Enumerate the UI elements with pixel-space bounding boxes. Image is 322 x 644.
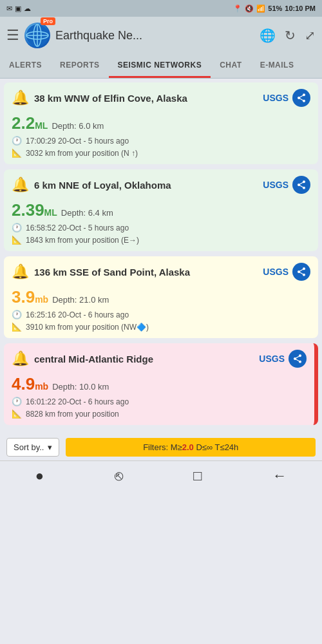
- source-label: USGS: [263, 93, 289, 103]
- eq-distance: 1843 km from your position (E→): [26, 236, 139, 245]
- pro-badge: Pro: [41, 17, 55, 25]
- clock-icon: 🕐: [12, 223, 22, 232]
- eq-depth: Depth: 6.0 km: [52, 121, 104, 131]
- share-button[interactable]: [289, 350, 307, 368]
- eq-header-left: 🔔 central Mid-Atlantic Ridge: [12, 350, 153, 367]
- status-bar: ✉ ▣ ☁ 📍 🔇 📶 51% 10:10 PM: [0, 0, 322, 17]
- eq-mag-type: ML: [35, 120, 48, 131]
- eq-card-header: 🔔 38 km WNW of Elfin Cove, Alaska USGS: [4, 82, 318, 111]
- source-label: USGS: [259, 354, 285, 364]
- filter-bar: Filters: M≥2.0 D≤∞ T≤24h: [66, 438, 316, 457]
- eq-time-row: 🕐 17:00:29 20-Oct - 5 hours ago: [12, 136, 310, 146]
- nav-bar: ● ⎋ □ ←: [0, 460, 322, 493]
- compass-icon: 📐: [12, 235, 22, 245]
- eq-location: 6 km NNE of Loyal, Oklahoma: [34, 180, 171, 191]
- eq-time: 17:00:29 20-Oct - 5 hours ago: [26, 137, 129, 146]
- filter-magnitude: 2.0: [182, 442, 194, 452]
- eq-mag-type: mb: [35, 381, 48, 392]
- eq-time-row: 🕐 16:58:52 20-Oct - 5 hours ago: [12, 223, 310, 232]
- share-button[interactable]: [292, 263, 310, 281]
- share-button[interactable]: [292, 176, 310, 194]
- grid-icon: ▣: [15, 5, 21, 13]
- compass-icon: 📐: [12, 322, 22, 332]
- eq-mag-type: mb: [35, 294, 48, 305]
- tab-bar: ALERTS REPORTS SEISMIC NETWORKS CHAT E-M…: [0, 54, 322, 79]
- nav-recents-icon[interactable]: ⎋: [115, 468, 123, 484]
- nav-home-icon[interactable]: ●: [35, 468, 44, 484]
- eq-location: central Mid-Atlantic Ridge: [34, 354, 153, 365]
- bottom-bar: Sort by.. ▾ Filters: M≥2.0 D≤∞ T≤24h: [0, 434, 322, 460]
- nav-overview-icon[interactable]: □: [193, 468, 202, 484]
- earthquake-icon: 🔔: [12, 263, 29, 280]
- wifi-icon: 📶: [256, 5, 265, 13]
- eq-magnitude: 4.9: [12, 374, 35, 393]
- mute-icon: 🔇: [245, 5, 254, 13]
- eq-card-header: 🔔 136 km SSE of Sand Point, Alaska USGS: [4, 256, 318, 285]
- earthquake-icon: 🔔: [12, 90, 29, 106]
- eq-distance-row: 📐 1843 km from your position (E→): [12, 235, 310, 245]
- eq-distance: 3910 km from your position (NW🔷): [26, 323, 149, 332]
- content-area: 🔔 38 km WNW of Elfin Cove, Alaska USGS 2…: [0, 79, 322, 434]
- filter-text: Filters: M≥: [143, 442, 182, 452]
- source-label: USGS: [263, 267, 289, 277]
- status-right: 📍 🔇 📶 51% 10:10 PM: [233, 5, 316, 13]
- eq-distance-row: 📐 3032 km from your position (N ↑): [12, 148, 310, 158]
- eq-header-left: 🔔 6 km NNE of Loyal, Oklahoma: [12, 176, 171, 193]
- refresh-icon[interactable]: ↻: [285, 28, 296, 43]
- eq-header-left: 🔔 38 km WNW of Elfin Cove, Alaska: [12, 90, 187, 106]
- earthquake-icon: 🔔: [12, 176, 29, 193]
- status-left: ✉ ▣ ☁: [6, 5, 31, 13]
- compass-icon: 📐: [12, 409, 22, 419]
- tab-seismic-networks[interactable]: SEISMIC NETWORKS: [109, 54, 211, 78]
- time-display: 10:10 PM: [285, 5, 316, 12]
- expand-icon[interactable]: ⤢: [305, 28, 316, 43]
- eq-header-left: 🔔 136 km SSE of Sand Point, Alaska: [12, 263, 190, 280]
- eq-distance-row: 📐 3910 km from your position (NW🔷): [12, 322, 310, 332]
- compass-icon: 📐: [12, 148, 22, 158]
- eq-card-header: 🔔 central Mid-Atlantic Ridge USGS: [4, 343, 314, 372]
- earthquake-card: 🔔 6 km NNE of Loyal, Oklahoma USGS 2.39M…: [4, 169, 318, 251]
- eq-distance-row: 📐 8828 km from your position: [12, 409, 307, 419]
- tab-reports[interactable]: REPORTS: [51, 54, 109, 78]
- eq-depth: Depth: 6.4 km: [61, 208, 113, 218]
- earthquake-icon: 🔔: [12, 350, 29, 367]
- eq-location: 38 km WNW of Elfin Cove, Alaska: [34, 93, 187, 104]
- location-icon: 📍: [233, 5, 242, 13]
- tab-alerts[interactable]: ALERTS: [0, 54, 51, 78]
- eq-depth: Depth: 10.0 km: [52, 382, 109, 392]
- clock-icon: 🕐: [12, 310, 22, 319]
- eq-header-right: USGS: [263, 176, 310, 194]
- earthquake-card: 🔔 136 km SSE of Sand Point, Alaska USGS …: [4, 256, 318, 338]
- eq-header-right: USGS: [263, 89, 310, 107]
- eq-mag-type: ML: [44, 207, 57, 218]
- eq-time: 16:25:16 20-Oct - 6 hours ago: [26, 310, 129, 319]
- mail-icon: ✉: [6, 5, 12, 13]
- header-icons: 🌐 ↻ ⤢: [260, 28, 316, 43]
- app-logo: [24, 23, 50, 48]
- menu-button[interactable]: ☰: [6, 27, 19, 44]
- share-button[interactable]: [292, 89, 310, 107]
- app-title: Earthquake Ne...: [55, 29, 254, 43]
- globe-icon[interactable]: 🌐: [260, 28, 276, 43]
- eq-header-right: USGS: [263, 263, 310, 281]
- sort-label: Sort by..: [14, 442, 44, 452]
- cloud-icon: ☁: [24, 5, 31, 13]
- app-header: ☰ Pro Earthquake Ne... 🌐 ↻ ⤢: [0, 17, 322, 54]
- tab-emails[interactable]: E-MAILS: [251, 54, 303, 78]
- filter-rest: D≤∞ T≤24h: [194, 442, 239, 452]
- sort-button[interactable]: Sort by.. ▾: [6, 438, 59, 457]
- sort-chevron-icon: ▾: [48, 442, 52, 452]
- eq-card-body: 2.39MLDepth: 6.4 km 🕐 16:58:52 20-Oct - …: [4, 198, 318, 251]
- eq-distance: 8828 km from your position: [26, 410, 119, 419]
- eq-location: 136 km SSE of Sand Point, Alaska: [34, 267, 190, 278]
- eq-magnitude: 3.9: [12, 287, 35, 307]
- eq-depth: Depth: 21.0 km: [52, 295, 109, 305]
- eq-magnitude: 2.2: [12, 113, 35, 133]
- earthquake-card: 🔔 38 km WNW of Elfin Cove, Alaska USGS 2…: [4, 82, 318, 164]
- eq-header-right: USGS: [259, 350, 307, 368]
- tab-chat[interactable]: CHAT: [211, 54, 251, 78]
- app-logo-container: Pro: [24, 23, 50, 48]
- eq-time: 16:01:22 20-Oct - 6 hours ago: [26, 397, 129, 406]
- eq-card-body: 2.2MLDepth: 6.0 km 🕐 17:00:29 20-Oct - 5…: [4, 111, 318, 164]
- nav-back-icon[interactable]: ←: [272, 468, 287, 484]
